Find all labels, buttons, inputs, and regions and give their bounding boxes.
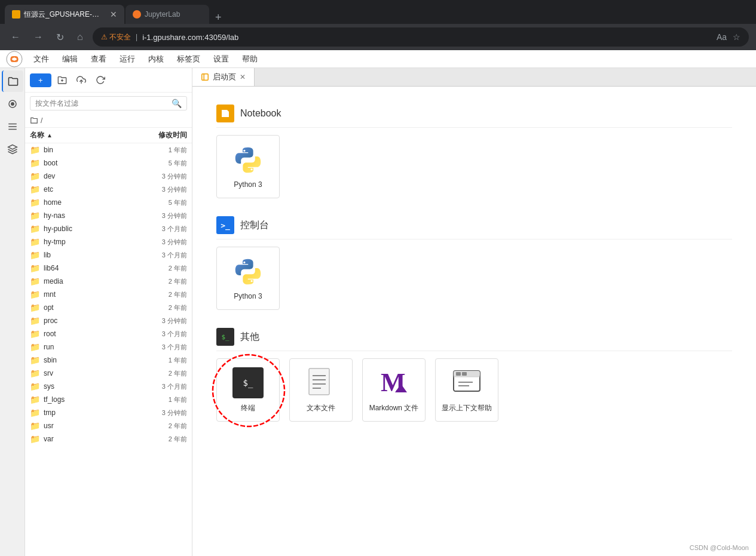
search-icon: 🔍 — [172, 99, 182, 108]
file-item-srv[interactable]: 📁 srv 2 年前 — [25, 367, 192, 380]
bookmark-icon[interactable]: ☆ — [733, 32, 740, 42]
menu-view[interactable]: 查看 — [85, 51, 112, 67]
other-section-icon: $_ — [216, 328, 234, 346]
file-search-input[interactable] — [35, 99, 172, 107]
breadcrumb-path: / — [41, 116, 42, 125]
menu-help[interactable]: 帮助 — [236, 51, 264, 67]
file-item-media[interactable]: 📁 media 2 年前 — [25, 275, 192, 288]
refresh-button[interactable] — [92, 72, 109, 88]
home-button[interactable]: ⌂ — [74, 29, 87, 45]
address-box[interactable]: ⚠ 不安全 | i-1.gpushare.com:43059/lab Aa ☆ — [93, 27, 749, 47]
new-folder-button[interactable] — [54, 72, 71, 88]
file-item-opt[interactable]: 📁 opt 2 年前 — [25, 301, 192, 314]
card-terminal[interactable]: $_ 终端 — [216, 358, 280, 422]
file-item-lib64[interactable]: 📁 lib64 2 年前 — [25, 262, 192, 275]
folder-icon: 📁 — [30, 158, 40, 168]
svg-point-15 — [243, 150, 245, 152]
file-item-sbin[interactable]: 📁 sbin 1 年前 — [25, 354, 192, 367]
sidebar-icon-running[interactable] — [2, 93, 23, 115]
card-text-file[interactable]: 文本文件 — [289, 358, 353, 422]
other-section-label: 其他 — [240, 331, 259, 343]
sort-name-button[interactable]: 名称 ▲ — [30, 130, 139, 140]
menu-edit[interactable]: 编辑 — [56, 51, 84, 67]
launcher-tab-close[interactable]: ✕ — [240, 73, 246, 81]
file-list: 📁 bin 1 年前 📁 boot 5 年前 📁 dev 3 分钟前 📁 etc… — [25, 143, 192, 556]
notebook-section-header: Notebook — [216, 105, 732, 128]
folder-icon: 📁 — [30, 342, 40, 352]
file-item-boot[interactable]: 📁 boot 5 年前 — [25, 156, 192, 170]
context-help-icon — [451, 367, 482, 398]
file-item-var[interactable]: 📁 var 2 年前 — [25, 432, 192, 446]
file-item-lib[interactable]: 📁 lib 3 个月前 — [25, 248, 192, 262]
notebook-cards: Python 3 — [216, 135, 732, 198]
tab-jupyterlab[interactable]: JupyterLab — [126, 5, 209, 24]
tab-gpushare[interactable]: 恒源云_GPUSHARE-恒源智享云 ✕ — [5, 5, 124, 24]
file-list-header: 名称 ▲ 修改时间 — [25, 128, 192, 143]
new-file-plus-icon: + — [38, 76, 43, 85]
launcher-tab[interactable]: 启动页 ✕ — [192, 68, 255, 86]
refresh-button[interactable]: ↻ — [53, 29, 68, 45]
card-python3-console[interactable]: Python 3 — [216, 247, 280, 310]
folder-icon: 📁 — [30, 277, 40, 286]
file-item-usr[interactable]: 📁 usr 2 年前 — [25, 419, 192, 432]
address-right-icons: Aa ☆ — [717, 32, 740, 42]
file-item-etc[interactable]: 📁 etc 3 分钟前 — [25, 183, 192, 196]
file-item-tmp[interactable]: 📁 tmp 3 分钟前 — [25, 406, 192, 419]
file-item-home[interactable]: 📁 home 5 年前 — [25, 196, 192, 209]
folder-icon: 📁 — [30, 171, 40, 181]
notebook-section: Notebook — [216, 105, 732, 198]
menu-kernel[interactable]: 内核 — [142, 51, 170, 67]
svg-text:M: M — [381, 368, 406, 397]
svg-rect-0 — [13, 11, 20, 18]
folder-icon: 📁 — [30, 355, 40, 365]
new-tab-button[interactable]: + — [210, 11, 227, 24]
sidebar-icon-commands[interactable] — [2, 116, 23, 137]
menu-file[interactable]: 文件 — [27, 51, 55, 67]
svg-point-4 — [11, 57, 18, 61]
card-python3-notebook[interactable]: Python 3 — [216, 135, 280, 198]
menu-settings[interactable]: 设置 — [207, 51, 235, 67]
file-search-box[interactable]: 🔍 — [30, 96, 187, 110]
file-item-hy-public[interactable]: 📁 hy-public 3 个月前 — [25, 222, 192, 235]
card-context-help[interactable]: 显示上下文帮助 — [435, 358, 498, 422]
folder-icon: 📁 — [30, 434, 40, 444]
console-prompt-icon: >_ — [221, 221, 230, 230]
file-item-mnt[interactable]: 📁 mnt 2 年前 — [25, 288, 192, 301]
address-separator: | — [136, 33, 137, 41]
file-item-run[interactable]: 📁 run 3 个月前 — [25, 340, 192, 354]
file-item-dev[interactable]: 📁 dev 3 分钟前 — [25, 170, 192, 183]
svg-point-1 — [7, 51, 22, 67]
menu-run[interactable]: 运行 — [114, 51, 141, 67]
tab-gpushare-close[interactable]: ✕ — [110, 10, 117, 19]
file-item-bin[interactable]: 📁 bin 1 年前 — [25, 143, 192, 156]
font-adjust-icon[interactable]: Aa — [717, 32, 727, 42]
file-item-root[interactable]: 📁 root 3 个月前 — [25, 327, 192, 340]
markdown-icon: M — [378, 367, 409, 398]
python3-console-label: Python 3 — [234, 292, 262, 300]
file-item-hy-nas[interactable]: 📁 hy-nas 3 分钟前 — [25, 209, 192, 222]
terminal-card-icon: $_ — [232, 367, 264, 398]
folder-icon: 📁 — [30, 316, 40, 325]
python-console-icon — [232, 256, 264, 287]
folder-icon: 📁 — [30, 395, 40, 404]
svg-rect-20 — [309, 368, 329, 395]
sidebar-icon-files[interactable] — [2, 70, 23, 92]
new-file-button[interactable]: + — [30, 73, 51, 87]
svg-rect-13 — [202, 74, 209, 81]
file-item-sys[interactable]: 📁 sys 3 个月前 — [25, 380, 192, 393]
forward-button[interactable]: → — [30, 29, 47, 45]
card-markdown[interactable]: M Markdown 文件 — [362, 358, 426, 422]
file-item-hy-tmp[interactable]: 📁 hy-tmp 3 分钟前 — [25, 235, 192, 248]
sidebar-icon-extensions[interactable] — [2, 139, 23, 160]
console-section: >_ 控制台 — [216, 216, 732, 310]
folder-icon: 📁 — [30, 224, 40, 234]
file-item-proc[interactable]: 📁 proc 3 分钟前 — [25, 314, 192, 327]
upload-button[interactable] — [73, 72, 90, 88]
menu-tabs[interactable]: 标签页 — [171, 51, 206, 67]
folder-icon: 📁 — [30, 421, 40, 431]
back-button[interactable]: ← — [7, 29, 24, 45]
file-item-tf_logs[interactable]: 📁 tf_logs 1 年前 — [25, 393, 192, 406]
watermark: CSDN @Cold-Moon — [690, 544, 749, 551]
notebook-section-icon — [216, 105, 234, 122]
folder-icon: 📁 — [30, 382, 40, 391]
